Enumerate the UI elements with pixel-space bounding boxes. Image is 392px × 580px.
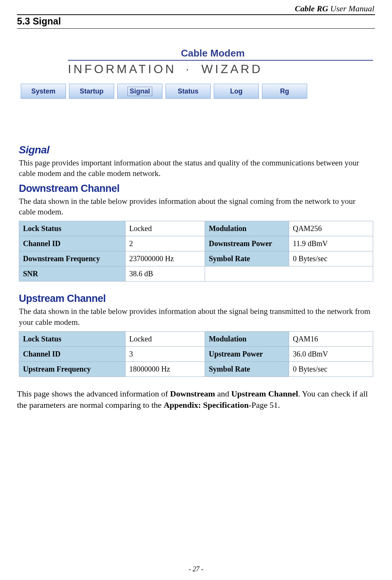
- tab-label: System: [31, 87, 55, 95]
- row-value: 11.9 dBmV: [289, 236, 373, 251]
- header-product: Cable RG: [295, 4, 328, 13]
- row-label: Lock Status: [19, 221, 126, 236]
- brand-wizard: WIZARD: [201, 62, 262, 76]
- caption-t4: -Page 51.: [249, 400, 280, 410]
- row-value: 18000000 Hz: [125, 362, 205, 377]
- table-row: Lock StatusLockedModulationQAM256: [19, 221, 373, 236]
- brand-bottom: INFORMATION · WIZARD: [68, 62, 373, 76]
- row-label: Symbol Rate: [205, 251, 289, 266]
- row-label: Downstream Frequency: [19, 251, 126, 266]
- table-row: Channel ID3Upstream Power36.0 dBmV: [19, 347, 373, 362]
- tab-log[interactable]: Log: [214, 84, 259, 99]
- tab-status[interactable]: Status: [165, 84, 211, 99]
- tab-system[interactable]: System: [21, 84, 66, 99]
- row-value: 0 Bytes/sec: [289, 251, 373, 266]
- row-value: 2: [125, 236, 205, 251]
- caption-t2: and: [215, 389, 231, 398]
- tab-rg[interactable]: Rg: [262, 84, 307, 99]
- table-row: Lock StatusLockedModulationQAM16: [19, 332, 373, 347]
- downstream-title: Downstream Channel: [19, 183, 373, 194]
- table-row: Downstream Frequency237000000 HzSymbol R…: [19, 251, 373, 266]
- upstream-table: Lock StatusLockedModulationQAM16Channel …: [19, 331, 373, 377]
- row-label: Modulation: [205, 332, 289, 347]
- caption-b3: Appendix: Specification: [164, 400, 249, 410]
- tab-label: Startup: [80, 87, 104, 95]
- row-value: Locked: [125, 332, 205, 347]
- row-label: Lock Status: [19, 332, 126, 347]
- table-row: SNR38.6 dB: [19, 266, 373, 282]
- nav-tabs: SystemStartupSignalStatusLogRg: [21, 84, 373, 99]
- row-value: Locked: [125, 221, 205, 236]
- table-row: Channel ID2Downstream Power11.9 dBmV: [19, 236, 373, 251]
- row-label: Downstream Power: [205, 236, 289, 251]
- caption-b2: Upstream Channel: [231, 389, 298, 398]
- brand-top: Cable Modem: [68, 47, 373, 61]
- row-value: 38.6 dB: [125, 266, 205, 282]
- tab-label: Log: [230, 87, 243, 95]
- brand-banner: Cable Modem INFORMATION · WIZARD: [68, 47, 373, 76]
- row-label: Upstream Frequency: [19, 362, 126, 377]
- downstream-desc: The data shown in the table below provid…: [19, 196, 373, 217]
- row-label: Channel ID: [19, 236, 126, 251]
- row-label: Modulation: [205, 221, 289, 236]
- upstream-title: Upstream Channel: [19, 293, 373, 305]
- caption-b1: Downstream: [170, 389, 215, 398]
- row-label: Upstream Power: [205, 347, 289, 362]
- page-footer: - 27 -: [0, 565, 392, 573]
- brand-dot: ·: [186, 62, 192, 76]
- brand-info: INFORMATION: [68, 62, 176, 76]
- downstream-table: Lock StatusLockedModulationQAM256Channel…: [19, 221, 373, 282]
- row-value: 3: [125, 347, 205, 362]
- caption-paragraph: This page shows the advanced information…: [17, 388, 375, 410]
- row-value: 36.0 dBmV: [289, 347, 373, 362]
- tab-label: Signal: [127, 87, 152, 96]
- tab-label: Rg: [280, 87, 289, 95]
- table-row: Upstream Frequency18000000 HzSymbol Rate…: [19, 362, 373, 377]
- row-label: Symbol Rate: [205, 362, 289, 377]
- row-value: 0 Bytes/sec: [289, 362, 373, 377]
- page-header: Cable RG User Manual: [17, 4, 375, 15]
- signal-title: Signal: [19, 144, 373, 156]
- caption-t1: This page shows the advanced information…: [17, 389, 170, 398]
- row-label: SNR: [19, 266, 126, 282]
- upstream-desc: The data shown in the table below provid…: [19, 306, 373, 327]
- tab-signal[interactable]: Signal: [117, 84, 162, 99]
- signal-desc: This page provides important information…: [19, 158, 373, 179]
- tab-startup[interactable]: Startup: [69, 84, 114, 99]
- row-value: 237000000 Hz: [125, 251, 205, 266]
- row-label: [205, 266, 373, 282]
- tab-label: Status: [178, 87, 198, 95]
- row-value: QAM16: [289, 332, 373, 347]
- header-suffix: User Manual: [330, 4, 374, 13]
- row-label: Channel ID: [19, 347, 126, 362]
- row-value: QAM256: [289, 221, 373, 236]
- section-heading: 5.3 Signal: [17, 16, 375, 29]
